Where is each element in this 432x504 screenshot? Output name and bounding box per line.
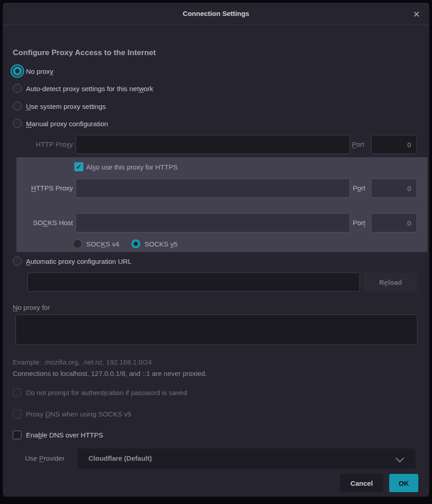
https-port-label: Port bbox=[353, 179, 365, 198]
radio-auto-config-url[interactable]: Automatic proxy configuration URL bbox=[13, 257, 132, 266]
socks-host-label: SOCKS Host bbox=[16, 213, 73, 232]
radio-label: Use system proxy settings bbox=[26, 103, 106, 110]
https-proxy-label: HTTPS Proxy bbox=[16, 179, 73, 198]
http-proxy-input[interactable] bbox=[76, 135, 350, 154]
radio-icon[interactable] bbox=[13, 257, 22, 266]
socks-host-input[interactable] bbox=[76, 213, 350, 232]
close-icon[interactable]: ✕ bbox=[410, 8, 423, 21]
checkbox-icon[interactable] bbox=[13, 388, 21, 397]
radio-icon[interactable] bbox=[13, 84, 22, 93]
radio-socks-v5[interactable]: SOCKS v5 bbox=[131, 239, 178, 248]
radio-label: Automatic proxy configuration URL bbox=[26, 257, 132, 265]
radio-label: No proxy bbox=[26, 67, 53, 75]
checkbox-label: Also use this proxy for HTTPS bbox=[86, 163, 178, 171]
dialog-titlebar: Connection Settings ✕ bbox=[3, 3, 429, 25]
radio-label: Manual proxy configuration bbox=[26, 120, 108, 128]
no-proxy-for-label: No proxy for bbox=[13, 303, 50, 311]
radio-icon[interactable] bbox=[13, 102, 22, 111]
page-title: Configure Proxy Access to the Internet bbox=[13, 48, 156, 57]
radio-label: Auto-detect proxy settings for this netw… bbox=[26, 85, 153, 93]
radio-no-proxy[interactable]: No proxy bbox=[13, 67, 53, 76]
checkbox-label: Proxy DNS when using SOCKS v5 bbox=[26, 410, 131, 418]
socks-port-input[interactable] bbox=[371, 213, 417, 232]
http-proxy-label: HTTP Proxy bbox=[3, 135, 73, 154]
cancel-button[interactable]: Cancel bbox=[340, 474, 383, 492]
no-proxy-example-text: Example: .mozilla.org, .net.nz, 192.168.… bbox=[13, 358, 152, 366]
radio-icon[interactable] bbox=[73, 239, 82, 248]
checkbox-icon[interactable] bbox=[13, 431, 21, 439]
https-socks-highlight-band: Also use this proxy for HTTPS HTTPS Prox… bbox=[16, 157, 427, 252]
checkbox-label: Enable DNS over HTTPS bbox=[26, 431, 103, 439]
radio-socks-v4[interactable]: SOCKS v4 bbox=[73, 239, 119, 248]
doh-provider-value: Cloudflare (Default) bbox=[77, 448, 416, 468]
checkbox-no-auth-prompt[interactable]: Do not prompt for authentication if pass… bbox=[13, 388, 187, 397]
checkbox-checked-icon[interactable] bbox=[74, 162, 83, 171]
radio-icon[interactable] bbox=[13, 67, 22, 76]
radio-auto-detect[interactable]: Auto-detect proxy settings for this netw… bbox=[13, 84, 153, 93]
https-proxy-input[interactable] bbox=[76, 179, 350, 198]
radio-icon[interactable] bbox=[131, 239, 140, 248]
auto-config-url-input[interactable] bbox=[27, 273, 360, 292]
ok-button[interactable]: OK bbox=[389, 474, 418, 492]
checkbox-label: Do not prompt for authentication if pass… bbox=[26, 389, 187, 396]
no-proxy-note-text: Connections to localhost, 127.0.0.1/8, a… bbox=[13, 370, 207, 377]
radio-icon[interactable] bbox=[13, 119, 22, 128]
checkbox-icon[interactable] bbox=[13, 410, 21, 418]
no-proxy-for-textarea[interactable] bbox=[15, 314, 417, 345]
doh-provider-select[interactable]: Cloudflare (Default) bbox=[77, 448, 416, 468]
radio-label: SOCKS v4 bbox=[86, 240, 119, 248]
radio-use-system[interactable]: Use system proxy settings bbox=[13, 102, 106, 111]
https-port-input[interactable] bbox=[371, 179, 417, 198]
use-provider-label: Use Provider bbox=[25, 448, 65, 468]
http-port-input[interactable] bbox=[371, 135, 417, 154]
connection-settings-dialog: Connection Settings ✕ Configure Proxy Ac… bbox=[3, 3, 429, 497]
dialog-title: Connection Settings bbox=[3, 3, 429, 25]
also-https-checkbox-row[interactable]: Also use this proxy for HTTPS bbox=[74, 162, 178, 171]
checkbox-enable-doh[interactable]: Enable DNS over HTTPS bbox=[13, 431, 103, 439]
reload-button[interactable]: Reload bbox=[363, 273, 418, 292]
radio-manual-proxy[interactable]: Manual proxy configuration bbox=[13, 119, 108, 128]
socks-port-label: Port bbox=[353, 213, 365, 232]
checkbox-proxy-dns-socks5[interactable]: Proxy DNS when using SOCKS v5 bbox=[13, 410, 131, 418]
radio-label: SOCKS v5 bbox=[144, 240, 178, 248]
http-port-label: Port bbox=[352, 135, 365, 154]
